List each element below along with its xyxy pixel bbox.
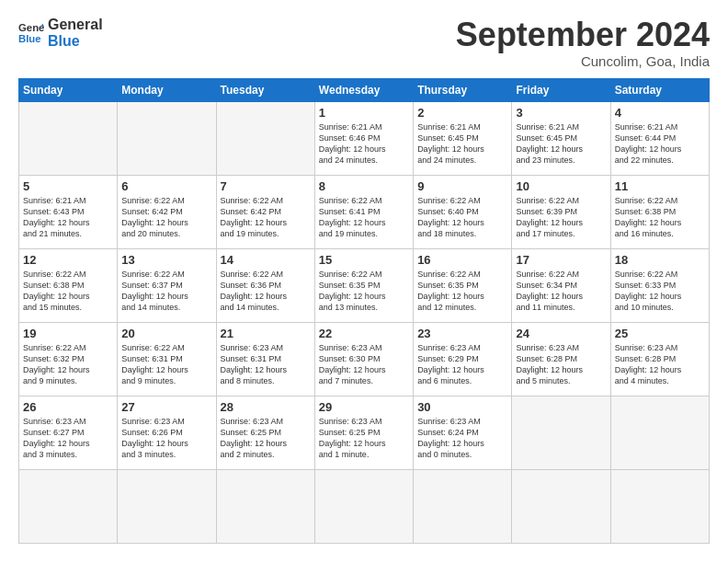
table-row bbox=[512, 469, 610, 543]
day-info: Sunrise: 6:22 AMSunset: 6:35 PMDaylight:… bbox=[417, 269, 507, 314]
day-number: 22 bbox=[319, 327, 409, 340]
table-row bbox=[118, 101, 216, 175]
table-row bbox=[512, 396, 610, 469]
header-wednesday: Wednesday bbox=[314, 78, 413, 101]
table-row: 18Sunrise: 6:22 AMSunset: 6:33 PMDayligh… bbox=[610, 248, 709, 322]
header-monday: Monday bbox=[118, 78, 216, 101]
day-number: 11 bbox=[615, 179, 705, 193]
svg-text:General: General bbox=[18, 22, 44, 33]
day-info: Sunrise: 6:21 AMSunset: 6:44 PMDaylight:… bbox=[615, 121, 705, 167]
logo-text: General Blue bbox=[48, 17, 103, 49]
day-number: 1 bbox=[319, 106, 409, 120]
calendar-week-row: 5Sunrise: 6:21 AMSunset: 6:43 PMDaylight… bbox=[19, 175, 710, 248]
day-info: Sunrise: 6:22 AMSunset: 6:42 PMDaylight:… bbox=[121, 195, 211, 240]
day-info: Sunrise: 6:23 AMSunset: 6:30 PMDaylight:… bbox=[319, 342, 409, 387]
day-info: Sunrise: 6:23 AMSunset: 6:24 PMDaylight:… bbox=[417, 416, 507, 461]
day-info: Sunrise: 6:23 AMSunset: 6:26 PMDaylight:… bbox=[121, 416, 211, 461]
day-info: Sunrise: 6:23 AMSunset: 6:31 PMDaylight:… bbox=[221, 342, 311, 387]
table-row: 15Sunrise: 6:22 AMSunset: 6:35 PMDayligh… bbox=[314, 248, 413, 322]
table-row: 25Sunrise: 6:23 AMSunset: 6:28 PMDayligh… bbox=[610, 322, 709, 396]
table-row: 1Sunrise: 6:21 AMSunset: 6:46 PMDaylight… bbox=[314, 101, 413, 175]
table-row bbox=[610, 469, 709, 543]
header-tuesday: Tuesday bbox=[216, 78, 314, 101]
day-number: 13 bbox=[121, 253, 211, 267]
day-number: 12 bbox=[23, 253, 113, 267]
day-number: 24 bbox=[516, 327, 606, 340]
svg-text:Blue: Blue bbox=[18, 32, 41, 43]
table-row: 29Sunrise: 6:23 AMSunset: 6:25 PMDayligh… bbox=[314, 396, 413, 469]
table-row: 5Sunrise: 6:21 AMSunset: 6:43 PMDaylight… bbox=[19, 175, 118, 248]
table-row: 4Sunrise: 6:21 AMSunset: 6:44 PMDaylight… bbox=[610, 101, 709, 175]
day-info: Sunrise: 6:21 AMSunset: 6:45 PMDaylight:… bbox=[417, 121, 507, 167]
day-info: Sunrise: 6:22 AMSunset: 6:33 PMDaylight:… bbox=[615, 269, 705, 314]
table-row: 16Sunrise: 6:22 AMSunset: 6:35 PMDayligh… bbox=[414, 248, 512, 322]
table-row: 11Sunrise: 6:22 AMSunset: 6:38 PMDayligh… bbox=[610, 175, 709, 248]
table-row: 13Sunrise: 6:22 AMSunset: 6:37 PMDayligh… bbox=[118, 248, 216, 322]
day-info: Sunrise: 6:21 AMSunset: 6:43 PMDaylight:… bbox=[23, 195, 113, 240]
day-number: 2 bbox=[417, 106, 507, 120]
day-info: Sunrise: 6:23 AMSunset: 6:28 PMDaylight:… bbox=[516, 342, 606, 387]
day-info: Sunrise: 6:22 AMSunset: 6:35 PMDaylight:… bbox=[319, 269, 409, 314]
logo-icon: General Blue bbox=[18, 20, 44, 46]
header-sunday: Sunday bbox=[19, 78, 118, 101]
day-number: 17 bbox=[516, 253, 606, 267]
table-row: 20Sunrise: 6:22 AMSunset: 6:31 PMDayligh… bbox=[118, 322, 216, 396]
table-row: 2Sunrise: 6:21 AMSunset: 6:45 PMDaylight… bbox=[414, 101, 512, 175]
day-number: 5 bbox=[23, 179, 113, 193]
day-number: 25 bbox=[615, 327, 705, 340]
day-number: 9 bbox=[417, 179, 507, 193]
table-row: 19Sunrise: 6:22 AMSunset: 6:32 PMDayligh… bbox=[19, 322, 118, 396]
day-info: Sunrise: 6:21 AMSunset: 6:46 PMDaylight:… bbox=[319, 121, 409, 167]
table-row bbox=[414, 469, 512, 543]
table-row bbox=[118, 469, 216, 543]
header-saturday: Saturday bbox=[610, 78, 709, 101]
day-info: Sunrise: 6:23 AMSunset: 6:25 PMDaylight:… bbox=[221, 416, 311, 461]
logo: General Blue General Blue bbox=[18, 17, 103, 49]
day-info: Sunrise: 6:22 AMSunset: 6:40 PMDaylight:… bbox=[417, 195, 507, 240]
day-number: 26 bbox=[23, 400, 113, 414]
day-info: Sunrise: 6:22 AMSunset: 6:39 PMDaylight:… bbox=[516, 195, 606, 240]
table-row bbox=[314, 469, 413, 543]
header-friday: Friday bbox=[512, 78, 610, 101]
calendar-week-row: 1Sunrise: 6:21 AMSunset: 6:46 PMDaylight… bbox=[19, 101, 710, 175]
calendar-table: Sunday Monday Tuesday Wednesday Thursday… bbox=[18, 78, 710, 544]
day-info: Sunrise: 6:22 AMSunset: 6:41 PMDaylight:… bbox=[319, 195, 409, 240]
table-row bbox=[610, 396, 709, 469]
day-number: 6 bbox=[121, 179, 211, 193]
table-row bbox=[19, 469, 118, 543]
day-info: Sunrise: 6:23 AMSunset: 6:28 PMDaylight:… bbox=[615, 342, 705, 387]
table-row: 7Sunrise: 6:22 AMSunset: 6:42 PMDaylight… bbox=[216, 175, 314, 248]
day-number: 21 bbox=[221, 327, 311, 340]
calendar-week-row: 19Sunrise: 6:22 AMSunset: 6:32 PMDayligh… bbox=[19, 322, 710, 396]
table-row: 21Sunrise: 6:23 AMSunset: 6:31 PMDayligh… bbox=[216, 322, 314, 396]
table-row: 3Sunrise: 6:21 AMSunset: 6:45 PMDaylight… bbox=[512, 101, 610, 175]
table-row bbox=[216, 469, 314, 543]
table-row: 12Sunrise: 6:22 AMSunset: 6:38 PMDayligh… bbox=[19, 248, 118, 322]
table-row bbox=[19, 101, 118, 175]
day-info: Sunrise: 6:22 AMSunset: 6:38 PMDaylight:… bbox=[23, 269, 113, 314]
day-info: Sunrise: 6:22 AMSunset: 6:42 PMDaylight:… bbox=[221, 195, 311, 240]
header-thursday: Thursday bbox=[414, 78, 512, 101]
table-row: 23Sunrise: 6:23 AMSunset: 6:29 PMDayligh… bbox=[414, 322, 512, 396]
day-number: 4 bbox=[615, 106, 705, 120]
day-info: Sunrise: 6:21 AMSunset: 6:45 PMDaylight:… bbox=[516, 121, 606, 167]
header: General Blue General Blue September 2024… bbox=[18, 17, 710, 69]
table-row: 26Sunrise: 6:23 AMSunset: 6:27 PMDayligh… bbox=[19, 396, 118, 469]
day-number: 16 bbox=[417, 253, 507, 267]
day-info: Sunrise: 6:22 AMSunset: 6:31 PMDaylight:… bbox=[121, 342, 211, 387]
day-info: Sunrise: 6:23 AMSunset: 6:29 PMDaylight:… bbox=[417, 342, 507, 387]
day-info: Sunrise: 6:22 AMSunset: 6:34 PMDaylight:… bbox=[516, 269, 606, 314]
month-title: September 2024 bbox=[456, 17, 710, 53]
day-number: 19 bbox=[23, 327, 113, 340]
day-number: 28 bbox=[221, 400, 311, 414]
day-info: Sunrise: 6:22 AMSunset: 6:32 PMDaylight:… bbox=[23, 342, 113, 387]
weekday-header-row: Sunday Monday Tuesday Wednesday Thursday… bbox=[19, 78, 710, 101]
day-number: 29 bbox=[319, 400, 409, 414]
day-info: Sunrise: 6:22 AMSunset: 6:36 PMDaylight:… bbox=[221, 269, 311, 314]
table-row: 22Sunrise: 6:23 AMSunset: 6:30 PMDayligh… bbox=[314, 322, 413, 396]
table-row: 27Sunrise: 6:23 AMSunset: 6:26 PMDayligh… bbox=[118, 396, 216, 469]
day-number: 10 bbox=[516, 179, 606, 193]
day-info: Sunrise: 6:23 AMSunset: 6:25 PMDaylight:… bbox=[319, 416, 409, 461]
table-row: 24Sunrise: 6:23 AMSunset: 6:28 PMDayligh… bbox=[512, 322, 610, 396]
day-info: Sunrise: 6:23 AMSunset: 6:27 PMDaylight:… bbox=[23, 416, 113, 461]
